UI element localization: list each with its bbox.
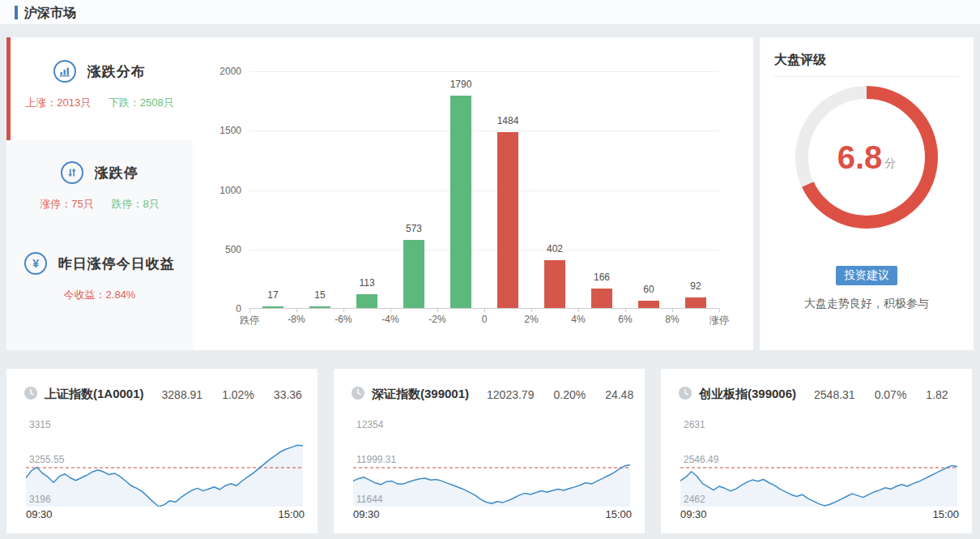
market-distribution-card: 涨跌分布 上涨：2013只 下跌：2508只 涨跌停 涨停：75只 — [6, 37, 753, 350]
histogram-bar-slot: 113 — [343, 71, 390, 308]
histogram-bar — [356, 294, 377, 308]
index-change-pct: 0.20% — [553, 388, 586, 401]
clock-icon — [24, 387, 37, 402]
rating-score: 6.8 — [837, 139, 883, 176]
y-axis-tick-label: 1000 — [201, 185, 241, 196]
rating-score-unit: 分 — [884, 156, 896, 171]
bar-value-label: 92 — [672, 280, 719, 292]
x-axis-tick-label: -6% — [334, 314, 352, 325]
prev-close-label: 11999.31 — [356, 454, 396, 465]
histogram-bar — [497, 132, 518, 308]
bar-value-label: 1484 — [484, 115, 531, 126]
y-axis-tick-label: 2000 — [201, 66, 241, 77]
prev-close-label: 3255.55 — [29, 454, 64, 465]
index-card: 创业板指(399006) 2548.31 0.07% 1.82 2631 254… — [661, 369, 972, 533]
y-axis-tick-label: 500 — [201, 244, 241, 255]
limit-up-count: 涨停：75只 — [40, 198, 93, 210]
rating-gauge: 6.8 分 — [795, 86, 938, 229]
page-title: 沪深市场 — [24, 5, 76, 22]
index-change: 33.36 — [274, 388, 302, 401]
page-header: 沪深市场 — [0, 0, 980, 24]
sidebar-section-distribution: 涨跌分布 上涨：2013只 下跌：2508只 — [6, 37, 193, 140]
index-card: 深证指数(399001) 12023.79 0.20% 24.48 12354 … — [334, 369, 645, 533]
sidebar-lower: 涨跌停 涨停：75只 跌停：8只 ¥ 昨日涨停今日收益 今收益：2.84% — [6, 140, 193, 350]
histogram-bar — [309, 306, 330, 308]
y-axis-tick-label: 0 — [201, 303, 241, 314]
index-change-pct: 1.02% — [222, 388, 254, 401]
axis-tick-mark — [625, 309, 626, 312]
title-accent-bar — [15, 6, 18, 19]
axis-tick-mark — [296, 309, 297, 312]
x-axis-tick-label: -4% — [381, 314, 398, 325]
axis-tick-mark — [484, 309, 485, 312]
histogram-bar — [544, 260, 565, 308]
axis-max-label: 2631 — [684, 419, 705, 430]
sidebar-section-limit: 涨跌停 涨停：75只 跌停：8只 — [6, 161, 193, 212]
limit-down-count: 跌停：8只 — [111, 198, 159, 210]
axis-max-label: 3315 — [29, 419, 51, 430]
index-name: 上证指数(1A0001) — [45, 387, 144, 402]
area-fill — [353, 465, 630, 507]
close-time-label: 15:00 — [278, 508, 305, 520]
x-axis-tick-label: 0 — [482, 314, 488, 325]
market-rating-card: 大盘评级 6.8 分 投资建议 大盘走势良好，积极参与 — [760, 37, 974, 350]
x-axis-tick-label: 跌停 — [240, 314, 259, 327]
histogram-bar-slot: 1484 — [484, 71, 531, 308]
section-title: 昨日涨停今日收益 — [58, 256, 175, 272]
axis-max-label: 12354 — [356, 419, 383, 430]
clock-icon — [352, 387, 364, 402]
axis-tick-mark — [531, 309, 532, 312]
axis-tick-mark — [437, 309, 438, 312]
distribution-histogram: 0500100015002000171511357317901484402166… — [249, 71, 719, 309]
histogram-bar — [403, 240, 424, 308]
x-axis-tick-label: 6% — [618, 314, 632, 325]
histogram-bar — [685, 297, 706, 308]
histogram-bar-slot: 60 — [625, 71, 672, 308]
index-change-pct: 0.07% — [875, 388, 907, 401]
axis-min-label: 2462 — [684, 494, 705, 505]
axis-min-label: 11644 — [356, 494, 382, 505]
open-time-label: 09:30 — [680, 508, 707, 520]
bar-value-label: 1790 — [437, 79, 484, 90]
axis-tick-mark — [343, 309, 344, 312]
axis-min-label: 3196 — [29, 494, 51, 505]
histogram-bar-slot: 402 — [531, 71, 578, 308]
index-card: 上证指数(1A0001) 3288.91 1.02% 33.36 3315 32… — [6, 369, 317, 533]
sidebar-section-yield: ¥ 昨日涨停今日收益 今收益：2.84% — [6, 252, 193, 302]
intraday-chart: 3315 3255.55 3196 — [26, 429, 303, 507]
bar-value-label: 573 — [390, 223, 437, 234]
section-title: 涨跌分布 — [87, 64, 146, 79]
x-axis-tick-label: 2% — [524, 314, 538, 325]
down-count: 下跌：2508只 — [109, 96, 174, 109]
histogram-bar — [591, 289, 612, 308]
histogram-bar-slot: 15 — [296, 71, 343, 308]
x-axis-tick-label: -2% — [428, 314, 445, 325]
investment-advice-button[interactable]: 投资建议 — [836, 266, 897, 285]
histogram-bar — [262, 306, 283, 308]
index-change: 24.48 — [605, 388, 633, 401]
axis-tick-mark — [390, 309, 391, 312]
area-fill — [680, 465, 957, 507]
index-change: 1.82 — [926, 388, 948, 401]
x-axis-tick-label: 涨停 — [709, 314, 729, 327]
index-price: 2548.31 — [814, 388, 855, 401]
rating-title: 大盘评级 — [774, 52, 826, 69]
intraday-chart: 12354 11999.31 11644 — [353, 429, 630, 507]
y-axis-tick-label: 1500 — [201, 125, 241, 136]
section-accent-strip — [6, 37, 11, 140]
up-count: 上涨：2013只 — [25, 96, 91, 109]
open-time-label: 09:30 — [353, 508, 380, 520]
histogram-bar — [450, 96, 471, 308]
prev-close-label: 2546.49 — [684, 454, 718, 465]
up-down-arrows-icon — [61, 161, 83, 184]
close-time-label: 15:00 — [932, 508, 959, 520]
bar-value-label: 60 — [625, 284, 672, 295]
x-axis-tick-label: 4% — [571, 314, 585, 325]
bar-value-label: 402 — [531, 243, 578, 255]
index-name: 创业板指(399006) — [699, 387, 796, 402]
sidebar: 涨跌分布 上涨：2013只 下跌：2508只 涨跌停 涨停：75只 — [6, 37, 193, 350]
bar-value-label: 113 — [343, 277, 390, 289]
index-price: 12023.79 — [487, 388, 534, 401]
index-price: 3288.91 — [162, 388, 203, 401]
histogram-bar-slot: 166 — [578, 71, 625, 308]
